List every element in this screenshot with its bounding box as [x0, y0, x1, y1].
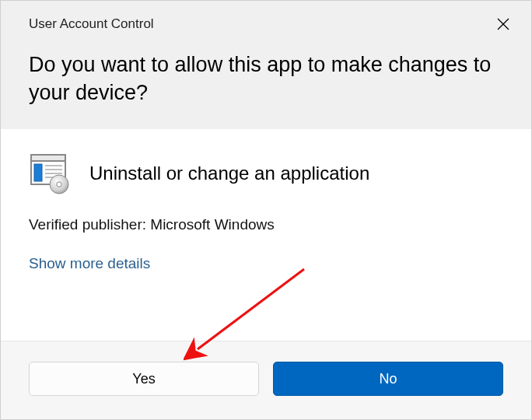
- publisher-label: Verified publisher: Microsoft Windows: [29, 216, 503, 233]
- uac-dialog: User Account Control Do you want to allo…: [0, 0, 532, 420]
- close-icon: [497, 18, 509, 30]
- dialog-footer: Yes No: [1, 341, 531, 419]
- app-name: Uninstall or change an application: [89, 163, 369, 184]
- show-more-details-link[interactable]: Show more details: [29, 255, 150, 272]
- app-info-row: Uninstall or change an application: [29, 152, 503, 194]
- no-button[interactable]: No: [273, 362, 503, 396]
- dialog-title: User Account Control: [29, 16, 503, 32]
- svg-rect-3: [31, 155, 65, 161]
- dialog-body: Uninstall or change an application Verif…: [1, 129, 531, 341]
- yes-button[interactable]: Yes: [29, 362, 259, 396]
- dialog-question: Do you want to allow this app to make ch…: [29, 51, 503, 107]
- installer-icon: [29, 152, 71, 194]
- svg-rect-4: [34, 164, 42, 181]
- dialog-header: User Account Control Do you want to allo…: [1, 1, 531, 129]
- close-button[interactable]: [492, 13, 514, 35]
- svg-point-10: [57, 182, 61, 187]
